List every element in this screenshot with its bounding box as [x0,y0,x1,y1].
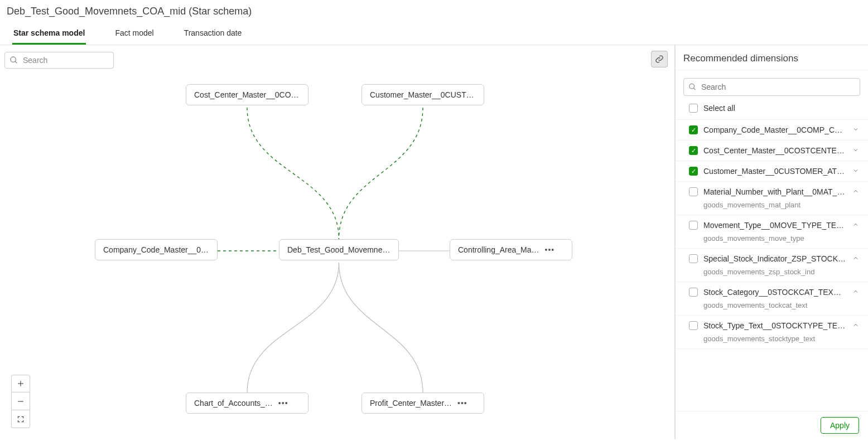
fullscreen-icon [17,415,25,423]
zoom-in-button[interactable] [11,375,30,392]
dimension-subtext: goods_movements_zsp_stock_ind [689,268,860,276]
more-options-icon[interactable]: ••• [278,399,288,408]
dimension-row[interactable]: Movement_Type__0MOVE_TYPE_TEXT_Tgoods_mo… [676,215,868,249]
link-icon [655,55,664,64]
chevron-up-icon[interactable] [851,254,860,263]
dimension-checkbox[interactable] [689,221,698,230]
dimension-label: Company_Code_Master__0COMP_CODE_ [703,125,846,134]
chevron-up-icon[interactable] [851,288,860,297]
more-options-icon[interactable]: ••• [457,399,467,408]
node-center-fact[interactable]: Deb_Test_Good_Movemnet… [279,239,399,260]
search-icon [688,83,697,91]
zoom-controls [11,375,30,428]
dimension-label: Cost_Center_Master__0COSTCENTER_AT [703,146,846,155]
dimension-checkbox[interactable] [689,125,698,134]
zoom-out-button[interactable] [11,392,30,410]
dimension-checkbox[interactable] [689,146,698,155]
dimension-label: Movement_Type__0MOVE_TYPE_TEXT_T [703,221,846,230]
canvas-search[interactable] [4,52,114,69]
node-label: Profit_Center_Master… [370,399,452,408]
chevron-down-icon[interactable] [851,167,860,176]
dimension-subtext: goods_movements_tockcat_text [689,301,860,309]
dimension-row[interactable]: Material_Number_with_Plant__0MAT_PLgoods… [676,182,868,215]
svg-line-1 [15,61,17,63]
edge [247,263,339,392]
dimension-subtext: goods_movements_stocktype_text [689,335,860,343]
dimension-row[interactable]: Stock_Category__0STOCKCAT_TEXT_TEgoods_m… [676,282,868,316]
node-cost-center[interactable]: Cost_Center_Master__0CO… [186,84,308,105]
chevron-up-icon[interactable] [851,321,860,330]
edge [247,108,339,239]
svg-point-5 [689,84,695,89]
svg-point-0 [11,57,16,62]
node-profit-center[interactable]: Profit_Center_Master…••• [361,392,484,414]
dimension-checkbox[interactable] [689,167,698,176]
dimension-label: Customer_Master__0CUSTOMER_ATTR [703,167,846,176]
tab-transaction-date[interactable]: Transaction date [183,25,243,45]
dimension-label: Special_Stock_Indicator_ZSP_STOCK_INI [703,254,846,263]
recommended-dimensions-panel: Recommended dimensions Select all Compan… [675,45,868,439]
dimension-label: Stock_Category__0STOCKCAT_TEXT_TE [703,288,846,297]
dimension-checkbox[interactable] [689,288,698,297]
apply-button[interactable]: Apply [821,417,859,434]
node-label: Cost_Center_Master__0CO… [194,90,299,99]
more-options-icon[interactable]: ••• [545,245,555,254]
node-label: Deb_Test_Good_Movemnet… [287,245,390,254]
svg-line-6 [693,88,695,90]
node-chart-acc[interactable]: Chart_of_Accounts_…••• [186,392,308,414]
relationship-toggle-button[interactable] [651,51,668,67]
dimension-row[interactable]: Company_Code_Master__0COMP_CODE_ [676,120,868,140]
plus-icon [17,380,25,387]
node-label: Customer_Master__0CUST… [370,90,474,99]
chevron-up-icon[interactable] [851,221,860,230]
dimensions-list[interactable]: Company_Code_Master__0COMP_CODE_Cost_Cen… [676,120,868,411]
search-icon [9,56,18,65]
node-label: Chart_of_Accounts_… [194,399,273,408]
select-all-label: Select all [703,104,735,113]
tabs-bar: Star schema modelFact modelTransaction d… [0,17,868,45]
select-all-row[interactable]: Select all [676,101,868,120]
dimension-row[interactable]: Special_Stock_Indicator_ZSP_STOCK_INIgoo… [676,249,868,282]
dimension-row[interactable]: Stock_Type_Text__0STOCKTYPE_TEXT_Tgoods_… [676,316,868,349]
select-all-checkbox[interactable] [689,104,698,113]
dimensions-search[interactable] [683,78,860,96]
node-label: Company_Code_Master__0… [103,245,209,254]
page-title: Deb_Test_Good_Movemnets_COA_mid (Star sc… [7,6,861,17]
dimension-row[interactable]: Customer_Master__0CUSTOMER_ATTR [676,161,868,182]
dimension-subtext: goods_movements_move_type [689,234,860,243]
fullscreen-button[interactable] [11,410,30,428]
minus-icon [17,398,25,405]
edge [339,108,423,239]
dimensions-search-input[interactable] [700,82,855,92]
dimension-label: Stock_Type_Text__0STOCKTYPE_TEXT_T [703,321,846,330]
side-panel-title: Recommended dimensions [676,45,868,70]
tab-star-schema-model[interactable]: Star schema model [12,25,86,45]
search-input[interactable] [22,55,109,65]
schema-canvas[interactable]: Cost_Center_Master__0CO…Customer_Master_… [0,45,675,439]
chevron-up-icon[interactable] [851,187,860,196]
dimension-checkbox[interactable] [689,321,698,330]
dimension-checkbox[interactable] [689,187,698,196]
node-label: Controlling_Area_Ma… [458,245,539,254]
edge [339,263,423,392]
dimension-row[interactable]: Cost_Center_Master__0COSTCENTER_AT [676,140,868,161]
dimension-label: Material_Number_with_Plant__0MAT_PL [703,187,846,196]
dimension-checkbox[interactable] [689,254,698,263]
tab-fact-model[interactable]: Fact model [114,25,155,45]
dimension-subtext: goods_movements_mat_plant [689,201,860,209]
node-customer[interactable]: Customer_Master__0CUST… [361,84,484,105]
chevron-down-icon[interactable] [851,146,860,155]
node-controlling[interactable]: Controlling_Area_Ma…••• [450,239,572,260]
chevron-down-icon[interactable] [851,125,860,134]
node-company-code[interactable]: Company_Code_Master__0… [95,239,218,260]
